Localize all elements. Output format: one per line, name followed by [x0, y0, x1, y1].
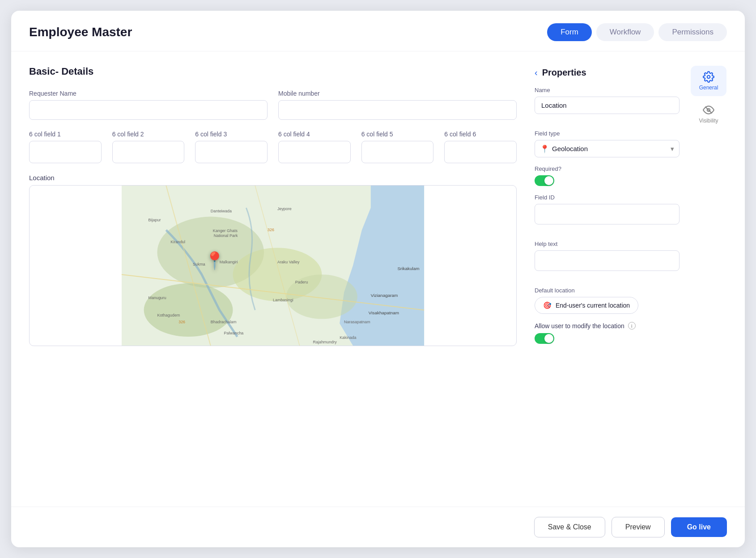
prop-name-label: Name: [535, 87, 680, 93]
section-title: Basic- Details: [29, 66, 517, 77]
prop-field-id-section: Field ID: [535, 194, 680, 232]
properties-header: ‹ Properties: [535, 66, 680, 78]
tab-permissions[interactable]: Permissions: [658, 23, 727, 41]
header: Employee Master Form Workflow Permission…: [11, 11, 745, 51]
tab-workflow[interactable]: Workflow: [596, 23, 654, 41]
svg-text:Palwancha: Palwancha: [224, 331, 244, 335]
col-field-1-group: 6 col field 1: [29, 131, 102, 163]
svg-text:Jeypore: Jeypore: [277, 207, 292, 211]
form-row-1: Requester Name Mobile number: [29, 90, 517, 120]
col-field-4-input[interactable]: [278, 141, 351, 163]
prop-default-location-section: Default location 🎯 End-user's current lo…: [535, 287, 680, 314]
preview-button[interactable]: Preview: [612, 517, 665, 537]
prop-required-section: Required?: [535, 165, 680, 186]
footer: Save & Close Preview Go live: [11, 507, 745, 547]
form-row-2: 6 col field 1 6 col field 2 6 col field …: [29, 131, 517, 163]
col-field-4-group: 6 col field 4: [278, 131, 351, 163]
default-location-btn-label: End-user's current location: [556, 302, 630, 309]
page-title: Employee Master: [29, 25, 132, 39]
svg-text:Kakinada: Kakinada: [340, 335, 356, 340]
save-close-button[interactable]: Save & Close: [534, 517, 605, 537]
svg-text:Visakhapatnam: Visakhapatnam: [369, 310, 399, 315]
right-panel: ‹ Properties Name Field type 📍 Geolocati…: [535, 66, 727, 498]
location-label: Location: [29, 174, 517, 182]
allow-modify-toggle-row: [535, 333, 680, 344]
svg-text:Sukma: Sukma: [193, 262, 205, 266]
svg-text:Kanger Ghats: Kanger Ghats: [213, 228, 238, 233]
svg-text:Bhadrachalam: Bhadrachalam: [211, 320, 237, 324]
col-field-3-label: 6 col field 3: [195, 131, 268, 138]
col-field-5-input[interactable]: [361, 141, 434, 163]
required-toggle-row: [535, 175, 680, 186]
prop-default-location-label: Default location: [535, 287, 680, 294]
default-location-button[interactable]: 🎯 End-user's current location: [535, 297, 638, 314]
sidebar-item-visibility[interactable]: Visibility: [691, 99, 726, 129]
sidebar-icons: General Visibility: [687, 66, 727, 498]
col-field-1-label: 6 col field 1: [29, 131, 102, 138]
help-text-input[interactable]: [535, 250, 680, 271]
prop-name-section: Name: [535, 87, 680, 122]
prop-field-type-wrap: 📍 Geolocation ▾: [535, 140, 680, 157]
allow-modify-label: Allow user to modify the location: [535, 322, 624, 330]
col-field-5-label: 6 col field 5: [361, 131, 434, 138]
general-label: General: [699, 85, 718, 91]
svg-point-32: [707, 76, 710, 79]
map-container[interactable]: Srikakulam Vizianagaram Visakhapatnam Bi…: [29, 185, 517, 346]
location-crosshair-icon: 🎯: [543, 301, 552, 309]
tab-group: Form Workflow Permissions: [547, 23, 727, 41]
prop-field-id-label: Field ID: [535, 194, 680, 201]
svg-text:Narasapatnam: Narasapatnam: [344, 320, 370, 324]
col-field-2-input[interactable]: [112, 141, 185, 163]
svg-text:326: 326: [178, 320, 185, 324]
svg-text:Araku Valley: Araku Valley: [277, 260, 300, 264]
gear-icon: [703, 71, 714, 83]
mobile-number-label: Mobile number: [278, 90, 517, 97]
properties-title: Properties: [542, 68, 586, 78]
col-field-2-label: 6 col field 2: [112, 131, 185, 138]
svg-line-34: [705, 106, 712, 113]
svg-text:Kirandul: Kirandul: [170, 240, 185, 244]
map-pin: 📍: [204, 251, 225, 271]
svg-text:Danteiwada: Danteiwada: [211, 209, 232, 213]
col-field-2-group: 6 col field 2: [112, 131, 185, 163]
prop-field-type-section: Field type 📍 Geolocation ▾: [535, 130, 680, 157]
back-arrow-icon[interactable]: ‹: [535, 68, 538, 78]
svg-text:Bijapur: Bijapur: [149, 218, 161, 222]
main-card: Employee Master Form Workflow Permission…: [11, 11, 745, 547]
allow-modify-toggle[interactable]: [535, 333, 554, 344]
col-field-1-input[interactable]: [29, 141, 102, 163]
allow-modify-toggle-knob: [544, 334, 553, 343]
col-field-3-group: 6 col field 3: [195, 131, 268, 163]
tab-form[interactable]: Form: [547, 23, 592, 41]
svg-text:National Park: National Park: [214, 233, 238, 238]
col-field-5-group: 6 col field 5: [361, 131, 434, 163]
prop-name-input[interactable]: [535, 97, 680, 114]
required-toggle[interactable]: [535, 175, 554, 186]
go-live-button[interactable]: Go live: [671, 517, 727, 537]
properties-panel: ‹ Properties Name Field type 📍 Geolocati…: [535, 66, 687, 498]
requester-name-input[interactable]: [29, 100, 268, 120]
svg-text:Paderu: Paderu: [295, 280, 308, 284]
visibility-label: Visibility: [699, 118, 718, 124]
mobile-number-input[interactable]: [278, 100, 517, 120]
svg-text:Manuguru: Manuguru: [149, 296, 166, 300]
col-field-4-label: 6 col field 4: [278, 131, 351, 138]
col-field-3-input[interactable]: [195, 141, 268, 163]
requester-name-label: Requester Name: [29, 90, 268, 97]
toggle-knob: [544, 176, 553, 185]
col-field-6-label: 6 col field 6: [444, 131, 517, 138]
prop-field-type-label: Field type: [535, 130, 680, 137]
col-field-6-input[interactable]: [444, 141, 517, 163]
prop-required-label: Required?: [535, 165, 680, 172]
field-id-input[interactable]: [535, 204, 680, 224]
svg-text:Vizianagaram: Vizianagaram: [371, 293, 398, 298]
col-field-6-group: 6 col field 6: [444, 131, 517, 163]
info-icon: i: [628, 322, 636, 330]
form-panel: Basic- Details Requester Name Mobile num…: [29, 66, 535, 498]
field-type-select[interactable]: Geolocation: [535, 140, 680, 157]
requester-name-group: Requester Name: [29, 90, 268, 120]
content-area: Basic- Details Requester Name Mobile num…: [11, 51, 745, 498]
svg-text:Kothagudem: Kothagudem: [157, 313, 180, 317]
sidebar-item-general[interactable]: General: [691, 66, 726, 96]
allow-modify-row: Allow user to modify the location i: [535, 322, 680, 330]
